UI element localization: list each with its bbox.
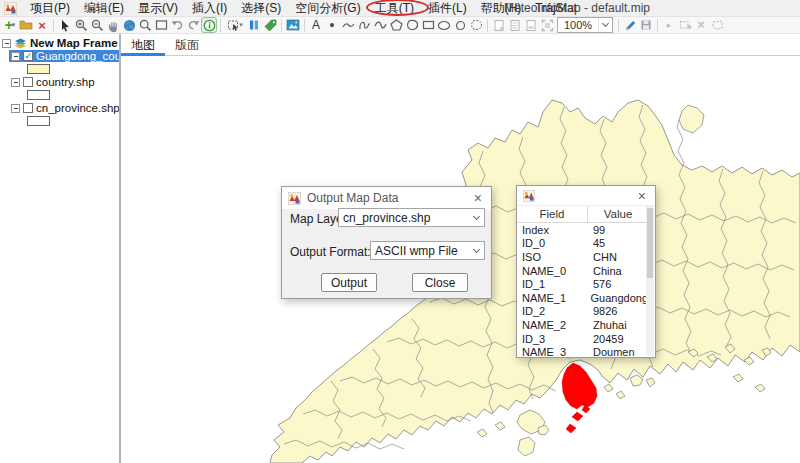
- dialog-titlebar[interactable]: ×: [517, 186, 655, 206]
- layer-node-guangdong-county[interactable]: Guangdong_county.shp: [9, 50, 119, 62]
- close-icon[interactable]: ×: [635, 189, 649, 203]
- lasso-icon[interactable]: [468, 17, 484, 33]
- tab-layout[interactable]: 版面: [165, 34, 209, 55]
- curve-icon[interactable]: [372, 17, 388, 33]
- pointer-icon[interactable]: [57, 17, 73, 33]
- close-button[interactable]: Close: [412, 273, 468, 292]
- legend-swatch-country[interactable]: [27, 90, 50, 100]
- toolbar-separator: [220, 19, 221, 32]
- ellipse-icon[interactable]: [436, 17, 452, 33]
- vertical-scrollbar[interactable]: [646, 206, 654, 356]
- menu-spatial-analysis[interactable]: 空间分析(G): [288, 0, 367, 16]
- chevron-down-icon[interactable]: [468, 209, 484, 226]
- layer-checkbox-unchecked[interactable]: [23, 103, 33, 113]
- table-row[interactable]: NAME_0China: [517, 264, 648, 278]
- table-row[interactable]: Index99: [517, 223, 648, 237]
- polyline-icon[interactable]: [340, 17, 356, 33]
- menu-bar: 项目(P) 编辑(E) 显示(V) 插入(I) 选择(S) 空间分析(G) 工具…: [0, 0, 800, 17]
- table-row[interactable]: NAME_1Guangdong: [517, 291, 648, 305]
- circle-icon[interactable]: [452, 17, 468, 33]
- collapse-icon[interactable]: [2, 39, 11, 48]
- tab-map[interactable]: 地图: [121, 34, 165, 55]
- full-extent-globe-icon[interactable]: [121, 17, 137, 33]
- table-row[interactable]: NAME_2Zhuhai: [517, 318, 648, 332]
- save-edits-icon[interactable]: [638, 17, 654, 33]
- chevron-down-icon[interactable]: [468, 242, 484, 259]
- map-layer-combo[interactable]: cn_province.shp: [338, 208, 485, 227]
- add-feature-icon[interactable]: [677, 17, 693, 33]
- value-cell: 20459: [588, 333, 648, 345]
- image-view-icon[interactable]: [285, 17, 301, 33]
- zoom-out-icon[interactable]: [89, 17, 105, 33]
- dialog-titlebar[interactable]: Output Map Data ×: [282, 187, 491, 209]
- layer-node-country[interactable]: country.shp: [9, 76, 119, 88]
- zoom-combo-dropdown[interactable]: [598, 18, 612, 32]
- copy-map-icon[interactable]: [491, 17, 507, 33]
- value-cell: Zhuhai: [588, 319, 648, 331]
- table-row[interactable]: ID_320459: [517, 332, 648, 346]
- legend-swatch-guangdong[interactable]: [27, 64, 50, 74]
- edit-pencil-icon[interactable]: [622, 17, 638, 33]
- map-frame-label: New Map Frame: [30, 37, 118, 49]
- menu-selection[interactable]: 选择(S): [234, 0, 288, 16]
- close-icon[interactable]: ×: [471, 191, 485, 205]
- select-feature-icon[interactable]: ▾: [224, 17, 246, 33]
- table-row[interactable]: ISOCHN: [517, 250, 648, 264]
- layer-checkbox-unchecked[interactable]: [23, 77, 33, 87]
- copy-scalebar-icon[interactable]: [523, 17, 539, 33]
- pan-icon[interactable]: [105, 17, 121, 33]
- label-icon[interactable]: [262, 17, 278, 33]
- zoom-rectangle-icon[interactable]: [153, 17, 169, 33]
- collapse-icon[interactable]: [11, 52, 20, 61]
- map-canvas[interactable]: Output Map Data × Map Layer: cn_province…: [121, 57, 800, 463]
- undo-icon[interactable]: [169, 17, 185, 33]
- menu-edit[interactable]: 编辑(E): [77, 0, 131, 16]
- value-cell: Doumen: [588, 346, 648, 357]
- menu-tools[interactable]: 工具(T): [368, 0, 421, 16]
- open-file-icon[interactable]: [18, 17, 34, 33]
- value-cell: Guangdong: [586, 292, 649, 304]
- output-format-combo[interactable]: ASCII wmp File: [370, 241, 485, 260]
- zoom-in-icon[interactable]: [73, 17, 89, 33]
- menu-plugins[interactable]: 插件(L): [421, 0, 474, 16]
- edit-dropdown-icon[interactable]: ▸: [661, 17, 677, 33]
- output-button[interactable]: Output: [321, 273, 377, 292]
- delete-feature-icon[interactable]: ×: [693, 17, 709, 33]
- freehand-icon[interactable]: [356, 17, 372, 33]
- freehand-polygon-icon[interactable]: [404, 17, 420, 33]
- legend-swatch-cn-province[interactable]: [27, 116, 50, 126]
- attribute-columns-icon[interactable]: [246, 17, 262, 33]
- fit-window-icon[interactable]: [539, 17, 555, 33]
- text-icon[interactable]: A: [308, 17, 324, 33]
- main-toolbar: +▾ ×: [0, 17, 800, 34]
- menu-project[interactable]: 项目(P): [23, 0, 77, 16]
- remove-layers-icon[interactable]: ×: [34, 17, 50, 33]
- selected-region-doumen[interactable]: [562, 363, 597, 433]
- menu-insert[interactable]: 插入(I): [185, 0, 234, 16]
- scrollbar-thumb[interactable]: [647, 208, 653, 278]
- table-row[interactable]: ID_1576: [517, 277, 648, 291]
- collapse-icon[interactable]: [11, 104, 20, 113]
- search-icon[interactable]: [137, 17, 153, 33]
- legend-swatch-row: [0, 89, 119, 101]
- value-column-header[interactable]: Value: [588, 206, 648, 222]
- attribute-table-body: Index99 ID_045 ISOCHN NAME_0China ID_157…: [517, 223, 648, 357]
- identify-icon[interactable]: [201, 17, 217, 33]
- zoom-level-combo[interactable]: 100%: [557, 17, 613, 33]
- reshape-feature-icon[interactable]: [709, 17, 725, 33]
- copy-legend-icon[interactable]: [507, 17, 523, 33]
- polygon-icon[interactable]: [388, 17, 404, 33]
- field-column-header[interactable]: Field: [517, 206, 588, 222]
- table-row[interactable]: ID_045: [517, 237, 648, 251]
- point-icon[interactable]: •: [324, 17, 340, 33]
- table-row[interactable]: NAME_3Doumen: [517, 345, 648, 357]
- redo-icon[interactable]: [185, 17, 201, 33]
- table-row[interactable]: ID_29826: [517, 305, 648, 319]
- collapse-icon[interactable]: [11, 78, 20, 87]
- layer-checkbox-checked[interactable]: [23, 51, 33, 61]
- menu-view[interactable]: 显示(V): [131, 0, 185, 16]
- add-layer-icon[interactable]: +▾: [2, 17, 18, 33]
- rectangle-icon[interactable]: [420, 17, 436, 33]
- map-frame-node[interactable]: New Map Frame: [0, 37, 119, 49]
- layer-node-cn-province[interactable]: cn_province.shp: [9, 102, 119, 114]
